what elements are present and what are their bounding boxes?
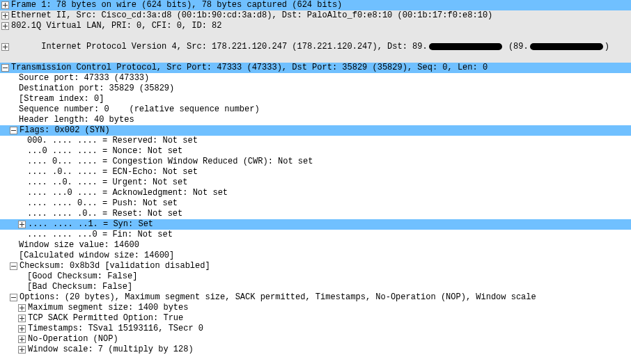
ip-prefix: Internet Protocol Version 4, Src: 178.22… (41, 42, 428, 52)
tcp-winsize[interactable]: Window size value: 14600 (0, 240, 631, 251)
collapse-icon[interactable] (1, 64, 9, 72)
frame-summary: Frame 1: 78 bytes on wire (624 bits), 78… (10, 0, 631, 10)
tcp-seq-label: Sequence number: 0 (relative sequence nu… (19, 104, 631, 115)
tcp-stream[interactable]: [Stream index: 0] (0, 94, 631, 104)
expand-icon[interactable] (18, 304, 26, 312)
option-window-scale[interactable]: Window scale: 7 (multiply by 128) (0, 345, 631, 355)
tcp-checksum-header[interactable]: Checksum: 0x8b3d [validation disabled] (0, 261, 631, 271)
ip-mid: (89. (504, 42, 529, 52)
ip-header[interactable]: Internet Protocol Version 4, Src: 178.22… (0, 31, 631, 63)
tcp-dstport-label: Destination port: 35829 (35829) (19, 84, 631, 94)
flag-cwr-label: .... 0... .... = Congestion Window Reduc… (27, 157, 631, 167)
expand-icon[interactable] (18, 221, 26, 228)
bad-checksum[interactable]: [Bad Checksum: False] (0, 282, 631, 292)
expand-icon[interactable] (18, 346, 26, 354)
tcp-hdrlen[interactable]: Header length: 40 bytes (0, 115, 631, 125)
collapse-icon[interactable] (10, 262, 17, 270)
tcp-options-summary: Options: (20 bytes), Maximum segment siz… (19, 292, 631, 303)
flag-rst[interactable]: .... .... .0.. = Reset: Not set (0, 209, 631, 219)
collapse-icon[interactable] (10, 127, 17, 134)
flag-fin-label: .... .... ...0 = Fin: Not set (27, 230, 631, 240)
option-mss[interactable]: Maximum segment size: 1400 bytes (0, 303, 631, 313)
option-mss-label: Maximum segment size: 1400 bytes (27, 303, 631, 313)
flag-ecn-label: .... .0.. .... = ECN-Echo: Not set (27, 167, 631, 177)
option-nop-label: No-Operation (NOP) (27, 334, 631, 345)
flag-fin[interactable]: .... .... ...0 = Fin: Not set (0, 230, 631, 240)
frame-header[interactable]: Frame 1: 78 bytes on wire (624 bits), 78… (0, 0, 631, 10)
ip-suffix: ) (605, 42, 609, 52)
expand-icon[interactable] (1, 12, 9, 19)
ethernet-summary: Ethernet II, Src: Cisco_cd:3a:d8 (00:1b:… (10, 10, 631, 21)
redaction-bar (429, 43, 502, 50)
good-checksum-label: [Good Checksum: False] (27, 271, 631, 282)
vlan-summary: 802.1Q Virtual LAN, PRI: 0, CFI: 0, ID: … (10, 21, 631, 31)
option-timestamps-label: Timestamps: TSval 15193116, TSecr 0 (27, 324, 631, 334)
ethernet-header[interactable]: Ethernet II, Src: Cisco_cd:3a:d8 (00:1b:… (0, 10, 631, 21)
good-checksum[interactable]: [Good Checksum: False] (0, 271, 631, 282)
tcp-calcwin[interactable]: [Calculated window size: 14600] (0, 251, 631, 261)
expand-icon[interactable] (18, 325, 26, 333)
tcp-summary: Transmission Control Protocol, Src Port:… (10, 63, 631, 73)
flag-urg-label: .... ..0. .... = Urgent: Not set (27, 177, 631, 188)
tcp-srcport-label: Source port: 47333 (47333) (19, 73, 631, 84)
tcp-stream-label: [Stream index: 0] (19, 94, 631, 104)
flag-ack-label: .... ...0 .... = Acknowledgment: Not set (27, 188, 631, 198)
flag-urg[interactable]: .... ..0. .... = Urgent: Not set (0, 177, 631, 188)
option-nop[interactable]: No-Operation (NOP) (0, 334, 631, 345)
tcp-checksum-summary: Checksum: 0x8b3d [validation disabled] (19, 261, 631, 271)
expand-icon[interactable] (1, 43, 9, 51)
tcp-header[interactable]: Transmission Control Protocol, Src Port:… (0, 63, 631, 73)
flag-nonce-label: ...0 .... .... = Nonce: Not set (27, 146, 631, 157)
tcp-srcport[interactable]: Source port: 47333 (47333) (0, 73, 631, 84)
tcp-flags-summary: Flags: 0x002 (SYN) (19, 125, 631, 136)
ip-summary: Internet Protocol Version 4, Src: 178.22… (10, 31, 609, 63)
flag-syn[interactable]: .... .... ..1. = Syn: Set (0, 219, 631, 230)
tcp-seq[interactable]: Sequence number: 0 (relative sequence nu… (0, 104, 631, 115)
vlan-header[interactable]: 802.1Q Virtual LAN, PRI: 0, CFI: 0, ID: … (0, 21, 631, 31)
collapse-icon[interactable] (10, 294, 17, 301)
packet-details-tree: Frame 1: 78 bytes on wire (624 bits), 78… (0, 0, 631, 355)
flag-cwr[interactable]: .... 0... .... = Congestion Window Reduc… (0, 157, 631, 167)
bad-checksum-label: [Bad Checksum: False] (27, 282, 631, 292)
expand-icon[interactable] (18, 335, 26, 343)
redaction-bar (530, 43, 603, 50)
flag-reserved-label: 000. .... .... = Reserved: Not set (27, 136, 631, 146)
flag-nonce[interactable]: ...0 .... .... = Nonce: Not set (0, 146, 631, 157)
tcp-calcwin-label: [Calculated window size: 14600] (19, 251, 631, 261)
tcp-dstport[interactable]: Destination port: 35829 (35829) (0, 84, 631, 94)
expand-icon[interactable] (1, 1, 9, 9)
option-window-scale-label: Window scale: 7 (multiply by 128) (27, 345, 631, 355)
flag-reserved[interactable]: 000. .... .... = Reserved: Not set (0, 136, 631, 146)
flag-ecn[interactable]: .... .0.. .... = ECN-Echo: Not set (0, 167, 631, 177)
flag-syn-label: .... .... ..1. = Syn: Set (27, 219, 631, 230)
tcp-winsize-label: Window size value: 14600 (19, 240, 631, 251)
option-timestamps[interactable]: Timestamps: TSval 15193116, TSecr 0 (0, 324, 631, 334)
option-sack-label: TCP SACK Permitted Option: True (27, 313, 631, 324)
tcp-hdrlen-label: Header length: 40 bytes (19, 115, 631, 125)
option-sack[interactable]: TCP SACK Permitted Option: True (0, 313, 631, 324)
expand-icon[interactable] (18, 315, 26, 322)
flag-rst-label: .... .... .0.. = Reset: Not set (27, 209, 631, 219)
flag-psh[interactable]: .... .... 0... = Push: Not set (0, 198, 631, 209)
flag-psh-label: .... .... 0... = Push: Not set (27, 198, 631, 209)
tcp-flags-header[interactable]: Flags: 0x002 (SYN) (0, 125, 631, 136)
tcp-options-header[interactable]: Options: (20 bytes), Maximum segment siz… (0, 292, 631, 303)
expand-icon[interactable] (1, 22, 9, 30)
flag-ack[interactable]: .... ...0 .... = Acknowledgment: Not set (0, 188, 631, 198)
